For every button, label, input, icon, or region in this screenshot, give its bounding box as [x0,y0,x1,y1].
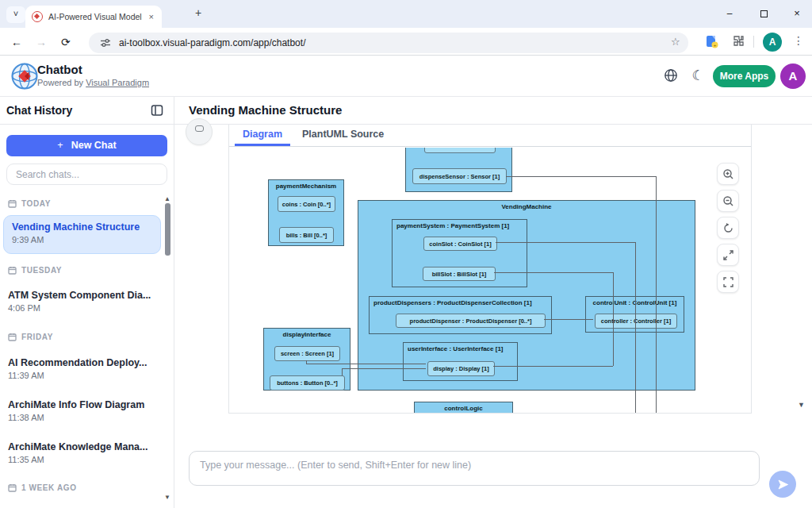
dark-mode-moon-icon[interactable]: ☾ [690,68,706,84]
diagram-part-controller[interactable]: controller : Controller [1] [595,314,677,329]
connector-buttons-display [342,368,343,375]
chat-item[interactable]: ATM System Component Dia... 4:06 PM [8,290,157,313]
tab-title: AI-Powered Visual Modeling Ch [48,12,142,21]
minimize-button[interactable]: – [718,5,741,22]
diagram-part-buttons[interactable]: buttons : Button [0..*] [270,375,345,391]
chat-item-selected[interactable]: Vending Machine Structure 9:39 AM [3,215,161,254]
diagram-part-dispense-sensor[interactable]: dispenseSensor : Sensor [1] [412,168,507,184]
reset-view-button[interactable] [717,217,739,239]
bookmark-star-icon[interactable]: ☆ [671,36,680,48]
chat-item-title: Vending Machine Structure [12,221,152,233]
section-label-friday: FRIDAY [8,333,53,341]
chat-item[interactable]: ArchiMate Info Flow Diagram 11:38 AM [8,399,157,422]
connector-coinslot-logicunit [635,242,636,413]
browser-tab[interactable]: AI-Powered Visual Modeling Ch × [25,6,162,28]
diagram-canvas[interactable]: dispenseSensor : Sensor [1] paymentMecha… [229,148,751,413]
diagram-part-screen[interactable]: screen : Screen [1] [274,346,340,361]
search-chats-input[interactable] [6,164,167,185]
chat-item-time: 11:39 AM [8,371,157,380]
reload-button[interactable]: ⟳ [61,36,71,48]
diagram-box-control-logic[interactable]: controlLogic logicUnit : LogicUnit [1] [414,402,513,413]
expand-button[interactable] [717,244,739,266]
diagram-box-user-interface[interactable]: userInterface : UserInterface [1] displa… [403,342,518,381]
site-favicon-icon [32,11,43,22]
diagram-box-display-interface[interactable]: displayInterface screen : Screen [1] but… [263,328,350,391]
visual-paradigm-link[interactable]: Visual Paradigm [86,78,149,87]
browser-window: ˅ AI-Powered Visual Modeling Ch × + – × … [0,0,812,508]
diagram-box-title: paymentSystem : PaymentSystem [1] [393,222,527,229]
site-settings-icon[interactable] [100,37,111,48]
send-button[interactable] [769,471,796,498]
section-label-tuesday: TUESDAY [8,266,62,275]
diagram-box-title: paymentMechanism [269,183,343,190]
address-bar[interactable]: ai-toolbox.visual-paradigm.com/app/chatb… [89,33,688,53]
diagram-part-coins[interactable]: coins : Coin [0..*] [278,196,335,212]
diagram-part-display[interactable]: display : Display [1] [427,361,495,376]
fullscreen-button[interactable] [717,271,739,293]
chat-item[interactable]: ArchiMate Knowledge Mana... 11:35 AM [8,441,157,464]
calendar-icon [8,333,17,341]
sidebar-scrollbar-down-icon[interactable]: ▼ [164,494,170,501]
diagram-part-coin-slot[interactable]: coinSlot : CoinSlot [1] [423,237,497,251]
close-window-button[interactable]: × [785,5,809,22]
diagram-box-title: controlLogic [415,405,512,412]
tab-diagram[interactable]: Diagram [243,129,282,140]
section-label-text: 1 WEEK AGO [21,483,77,492]
more-apps-button[interactable]: More Apps [713,65,776,87]
new-tab-button[interactable]: + [190,6,206,19]
diagram-part-product-dispenser[interactable]: productDispenser : ProductDispenser [0..… [396,314,546,328]
connector-dispenser-controller [544,319,593,320]
conversation-title: Vending Machine Structure [189,103,342,117]
page-scrollbar-down-icon[interactable]: ▼ [798,401,805,409]
user-avatar[interactable]: A [780,64,806,89]
diagram-box-dispenser-top[interactable]: dispenseSensor : Sensor [1] [405,148,512,192]
language-globe-icon[interactable] [663,68,679,84]
maximize-button[interactable] [752,5,776,22]
new-chat-label: New Chat [71,140,117,151]
diagram-box-vending-machine[interactable]: VendingMachine paymentSystem : PaymentSy… [358,200,695,391]
diagram-part-bill-slot[interactable]: billSlot : BillSlot [1] [423,267,496,281]
tab-plantuml-source[interactable]: PlantUML Source [302,129,384,140]
calendar-icon [8,483,17,492]
connector-billslot-display [493,366,613,367]
connector-screen-display [306,364,426,364]
scroll-top-button[interactable] [186,118,213,145]
side-panel-icon[interactable]: + [704,34,720,50]
chat-item[interactable]: AI Recommendation Deploy... 11:39 AM [8,357,157,380]
sidebar-title: Chat History [6,104,72,117]
chrome-profile-avatar[interactable]: A [763,33,782,52]
message-composer [174,441,812,508]
diagram-part-bills[interactable]: bills : Bill [0..*] [279,227,334,243]
zoom-out-button[interactable] [717,190,739,212]
send-paper-plane-icon [777,479,789,491]
chat-item-title: AI Recommendation Deploy... [8,357,157,368]
diagram-part-clipped[interactable] [424,148,496,153]
visual-paradigm-logo [10,62,39,90]
extensions-puzzle-icon[interactable] [731,35,745,48]
diagram-box-title: displayInterface [264,331,350,338]
collapse-icon [195,125,204,132]
collapse-sidebar-icon[interactable] [151,104,163,117]
connector-billslot-display [613,272,614,366]
diagram-box-payment-mechanism[interactable]: paymentMechanism coins : Coin [0..*] bil… [268,179,344,246]
zoom-in-button[interactable] [717,163,739,185]
tab-strip: ˅ AI-Powered Visual Modeling Ch × + – × [0,0,812,28]
powered-by-text: Powered by Visual Paradigm [37,78,149,87]
diagram-box-title: productDispensers : ProductDispenserColl… [370,299,551,306]
forward-button[interactable]: → [36,36,47,48]
message-input[interactable] [189,451,760,486]
sidebar-scrollbar-up-icon[interactable]: ▲ [164,195,170,202]
diagram-box-payment-system[interactable]: paymentSystem : PaymentSystem [1] coinSl… [392,219,527,287]
sidebar-scrollbar-thumb[interactable] [165,203,170,256]
new-chat-button[interactable]: +New Chat [6,135,167,156]
chat-item-time: 9:39 AM [12,235,152,244]
tab-close-icon[interactable]: × [147,12,155,21]
back-button[interactable]: ← [11,36,22,48]
diagram-box-product-dispensers[interactable]: productDispensers : ProductDispenserColl… [369,296,552,334]
connector-dispense-sensor [656,176,657,413]
connector-dispense-sensor [506,176,656,177]
tab-search-button[interactable]: ˅ [6,6,25,23]
sidebar-header: Chat History [0,97,174,125]
section-label-text: TODAY [21,199,51,208]
chrome-menu-icon[interactable]: ⋮ [793,34,804,47]
